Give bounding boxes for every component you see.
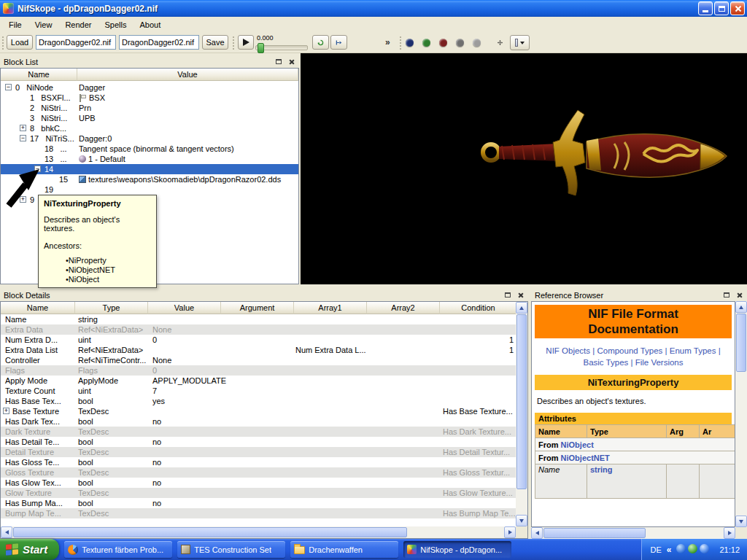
ref-link-niobjectnet[interactable]: NiObjectNET [561, 454, 610, 462]
plus-expander-icon[interactable]: + [3, 408, 9, 414]
reference-browser-vscrollbar[interactable] [735, 301, 747, 527]
vscroll-thumb[interactable] [736, 314, 746, 372]
details-col-argument[interactable]: Argument [221, 302, 294, 314]
detail-row-dark-texture[interactable]: Dark TextureTexDescHas Dark Texture... [1, 427, 516, 437]
color-dot-1[interactable] [422, 39, 430, 47]
block-details-hscrollbar[interactable] [1, 526, 516, 538]
detail-row-num-extra-d[interactable]: Num Extra D...uint01 [1, 335, 516, 345]
block-list-titlebar[interactable]: Block List [0, 55, 299, 68]
tray-blue2-icon[interactable] [700, 544, 709, 553]
menu-spells[interactable]: Spells [98, 18, 133, 31]
details-col-type[interactable]: Type [75, 302, 148, 314]
tray-blue-icon[interactable] [676, 544, 686, 553]
details-col-array2[interactable]: Array2 [367, 302, 440, 314]
details-col-value[interactable]: Value [148, 302, 221, 314]
tree-row-18[interactable]: 18 ...Tangent space (binormal & tangent … [1, 144, 298, 154]
restore-button[interactable] [714, 1, 729, 15]
detail-row-gloss-texture[interactable]: Gloss TextureTexDescHas Gloss Textur... [1, 467, 516, 478]
details-col-array1[interactable]: Array1 [294, 302, 367, 314]
language-indicator[interactable]: DE [651, 545, 662, 554]
toolbar-overflow-chevron[interactable]: » [385, 37, 390, 47]
block-list-col-name[interactable]: Name [1, 69, 77, 81]
detail-row-extra-data-list[interactable]: Extra Data ListRef<NiExtraData>Num Extra… [1, 345, 516, 355]
load-filename-input[interactable] [36, 35, 116, 50]
play-mode-button[interactable] [330, 35, 347, 50]
detail-row-flags[interactable]: FlagsFlags0 [1, 365, 516, 376]
menu-view[interactable]: View [28, 18, 59, 31]
taskbar-task-nifskope-dpdragon[interactable]: NifSkope - dpDragon... [403, 541, 511, 558]
save-filename-input[interactable] [119, 35, 199, 50]
minus-expander-icon[interactable]: − [20, 135, 26, 141]
detail-row-has-glow-tex[interactable]: Has Glow Tex...boolno [1, 478, 516, 488]
plus-expander-icon[interactable]: + [20, 125, 26, 131]
detail-row-bump-map-te[interactable]: Bump Map Te...TexDescHas Bump Map Te... [1, 508, 516, 518]
save-button[interactable]: Save [202, 35, 228, 50]
scroll-left-icon[interactable] [531, 527, 543, 539]
ref-link-compound-types[interactable]: Compound Types [597, 346, 662, 355]
ref-link-niobject[interactable]: NiObject [561, 440, 594, 449]
view-dropdown-button[interactable] [510, 35, 530, 50]
detail-row-has-bump-ma[interactable]: Has Bump Ma...boolno [1, 498, 516, 508]
hscroll-thumb[interactable] [13, 527, 407, 537]
render-viewport[interactable] [301, 53, 747, 284]
block-list-col-value[interactable]: Value [77, 69, 298, 81]
tree-row-15[interactable]: 15textures\weapons\Skoomadieb\dpDragonRa… [1, 174, 298, 184]
detail-row-has-detail-te[interactable]: Has Detail Te...boolno [1, 437, 516, 447]
close-button[interactable] [730, 1, 745, 15]
play-button[interactable] [238, 35, 254, 50]
scroll-up-icon[interactable] [735, 301, 747, 313]
loop-button[interactable] [312, 35, 329, 50]
ref-link-nif-objects[interactable]: NIF Objects [546, 346, 590, 355]
toolbar-grip-2[interactable] [233, 36, 237, 50]
hscroll-thumb[interactable] [543, 528, 646, 538]
tray-green-icon[interactable] [688, 544, 697, 553]
tree-row-19[interactable]: 19 [1, 184, 298, 195]
detail-row-glow-texture[interactable]: Glow TextureTexDescHas Glow Texture... [1, 488, 516, 498]
time-slider[interactable] [255, 45, 308, 50]
ref-link-basic-types[interactable]: Basic Types [583, 358, 628, 367]
reference-browser-float-button[interactable] [721, 290, 732, 300]
scroll-right-icon[interactable] [504, 526, 516, 538]
detail-row-apply-mode[interactable]: Apply ModeApplyModeAPPLY_MODULATE [1, 376, 516, 386]
ref-link-string[interactable]: string [590, 465, 613, 474]
block-list-close-button[interactable] [286, 57, 297, 66]
block-details-vscrollbar[interactable] [516, 302, 527, 526]
detail-row-extra-data[interactable]: Extra DataRef<NiExtraData>None [1, 324, 516, 335]
reference-browser-close-button[interactable] [734, 290, 745, 300]
menu-render[interactable]: Render [58, 18, 98, 31]
scroll-up-icon[interactable] [516, 302, 527, 314]
detail-row-has-dark-tex[interactable]: Has Dark Tex...boolno [1, 416, 516, 427]
reference-browser-titlebar[interactable]: Reference Browser [531, 289, 747, 301]
load-button[interactable]: Load [7, 35, 33, 50]
minimize-button[interactable] [698, 1, 713, 15]
minus-expander-icon[interactable]: − [5, 84, 12, 90]
detail-row-detail-texture[interactable]: Detail TextureTexDescHas Detail Textur..… [1, 447, 516, 457]
block-details-titlebar[interactable]: Block Details [0, 289, 528, 301]
details-col-name[interactable]: Name [1, 302, 75, 314]
tree-row-0-ninode[interactable]: −0 NiNodeDagger [1, 82, 298, 93]
taskbar-task-tes-construction-set[interactable]: TES Construction Set [177, 541, 285, 558]
detail-row-has-base-tex[interactable]: Has Base Tex...boolyes [1, 396, 516, 406]
scroll-down-icon[interactable] [735, 516, 747, 527]
details-col-condition[interactable]: Condition [440, 302, 517, 314]
tree-row-3-nistri[interactable]: 3 NiStri...UPB [1, 113, 298, 123]
time-slider-handle[interactable] [258, 43, 264, 53]
window-titlebar[interactable]: NifSkope - dpDragonDagger02.nif [0, 0, 747, 17]
ref-link-file-versions[interactable]: File Versions [635, 358, 684, 367]
toolbar-grip-3[interactable] [400, 36, 404, 50]
vscroll-thumb[interactable] [516, 314, 527, 489]
color-dot-2[interactable] [439, 39, 447, 47]
detail-row-controller[interactable]: ControllerRef<NiTimeContr...None [1, 355, 516, 365]
block-details-close-button[interactable] [515, 290, 526, 300]
tree-row-17-nitris[interactable]: −17 NiTriS...Dagger:0 [1, 133, 298, 144]
detail-row-name[interactable]: Namestring [1, 314, 516, 324]
menu-about[interactable]: About [133, 18, 167, 31]
tray-collapse-icon[interactable]: « [667, 545, 672, 555]
block-details-float-button[interactable] [502, 290, 513, 300]
tree-row-2-nistri[interactable]: 2 NiStri...Prn [1, 103, 298, 113]
scroll-right-icon[interactable] [724, 527, 735, 539]
scroll-left-icon[interactable] [1, 526, 12, 538]
reference-browser-hscrollbar[interactable] [531, 527, 735, 539]
taskbar-task-drachenwaffen[interactable]: Drachenwaffen [290, 541, 398, 558]
tree-row-14[interactable]: −14 [1, 164, 298, 174]
